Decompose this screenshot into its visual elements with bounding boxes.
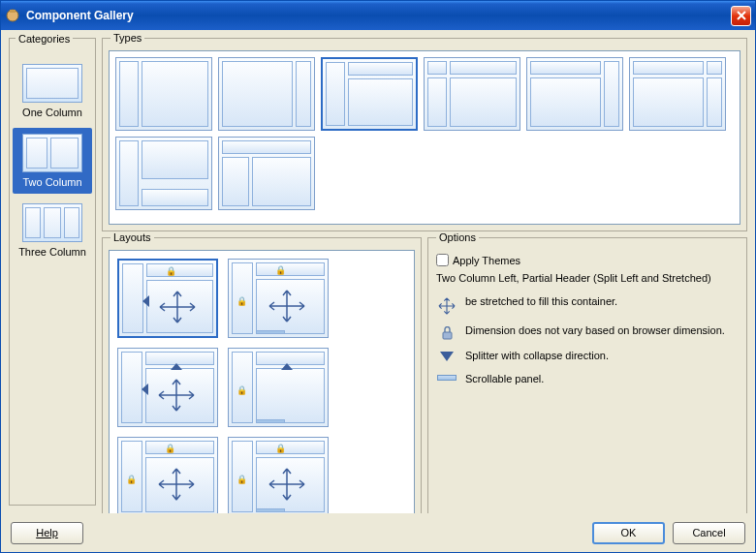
lock-icon: 🔒 [275, 444, 286, 453]
lock-icon: 🔒 [236, 296, 247, 306]
svg-rect-1 [10, 10, 16, 13]
category-thumb [22, 64, 82, 103]
scroll-indicator [256, 330, 285, 334]
categories-label: Categories [16, 33, 73, 45]
type-tile-0[interactable] [115, 57, 212, 131]
options-fieldset: Options Apply Themes Two Column Left, Pa… [427, 237, 747, 513]
svg-rect-2 [443, 332, 452, 339]
dialog-footer: Help OK Cancel [1, 513, 755, 552]
category-three-column[interactable]: Three Column [13, 198, 92, 263]
apply-themes-label: Apply Themes [453, 255, 520, 266]
type-tile-7[interactable] [218, 137, 315, 210]
stretch-icon [157, 378, 196, 413]
right-pane: Types [102, 38, 747, 506]
scrollable-icon [436, 373, 457, 381]
splitter-icon [281, 363, 293, 370]
ok-button[interactable]: OK [592, 522, 665, 544]
category-label: Three Column [18, 246, 86, 258]
stretch-icon [436, 295, 457, 315]
legend-stretch-text: be stretched to fill this container. [465, 295, 739, 309]
type-tile-3[interactable] [424, 57, 520, 131]
types-fieldset: Types [102, 38, 747, 231]
categories-list: One Column Two Column Three Column [10, 52, 95, 269]
legend-splitter: Splitter with collapse direction. [436, 350, 739, 363]
splitter-icon [142, 295, 149, 307]
close-button[interactable] [731, 6, 751, 26]
splitter-icon [171, 363, 182, 370]
stretch-icon [268, 467, 306, 502]
types-grid[interactable] [109, 50, 740, 225]
layout-tile-5[interactable]: 🔒 🔒 [228, 437, 329, 513]
lock-icon: 🔒 [275, 265, 286, 275]
layout-tile-4[interactable]: 🔒 🔒 [117, 437, 218, 513]
titlebar: Component Gallery [1, 1, 755, 30]
layouts-fieldset: Layouts 🔒 [102, 237, 422, 513]
stretch-icon [268, 289, 306, 323]
lock-icon: 🔒 [166, 266, 176, 276]
stretch-icon [157, 467, 196, 502]
lock-icon [436, 324, 457, 340]
layout-tile-3[interactable]: 🔒 [228, 348, 329, 427]
apply-themes-checkbox[interactable]: Apply Themes [436, 254, 739, 266]
layouts-grid[interactable]: 🔒 🔒 🔒 [109, 250, 415, 513]
lower-pane: Layouts 🔒 [102, 237, 747, 513]
type-tile-4[interactable] [526, 57, 623, 131]
type-tile-6[interactable] [115, 137, 212, 210]
legend-scrollable: Scrollable panel. [436, 373, 739, 386]
layout-tile-2[interactable] [117, 348, 218, 427]
stretch-icon [158, 290, 197, 324]
close-icon [737, 11, 746, 20]
app-icon [5, 8, 20, 23]
options-label: Options [436, 231, 479, 243]
legend-lock: Dimension does not vary based on browser… [436, 324, 739, 340]
legend-splitter-text: Splitter with collapse direction. [465, 350, 739, 363]
lock-icon: 🔒 [165, 444, 175, 453]
scroll-indicator [256, 419, 285, 423]
splitter-icon [142, 384, 148, 395]
legend-scrollable-text: Scrollable panel. [465, 373, 739, 386]
categories-panel: Categories One Column Two Column Three C… [9, 38, 96, 506]
lock-icon: 🔒 [126, 475, 137, 484]
category-thumb [22, 203, 82, 242]
svg-marker-3 [440, 352, 454, 361]
window-title: Component Gallery [26, 9, 731, 22]
legend-stretch: be stretched to fill this container. [436, 295, 739, 315]
category-two-column[interactable]: Two Column [13, 128, 92, 194]
types-label: Types [110, 32, 144, 44]
category-label: One Column [22, 107, 82, 118]
type-tile-5[interactable] [629, 57, 726, 131]
content-area: Categories One Column Two Column Three C… [1, 30, 755, 513]
category-one-column[interactable]: One Column [13, 58, 92, 124]
layout-tile-1[interactable]: 🔒 🔒 [228, 259, 329, 338]
lock-icon: 🔒 [236, 475, 247, 484]
dialog-window: Component Gallery Categories One Column … [0, 0, 756, 553]
layouts-label: Layouts [110, 231, 154, 243]
scroll-indicator [256, 508, 285, 512]
type-tile-2[interactable] [321, 57, 418, 131]
category-thumb [22, 134, 82, 172]
cancel-button[interactable]: Cancel [673, 522, 745, 544]
options-body: Apply Themes Two Column Left, Partial He… [434, 250, 740, 399]
type-tile-1[interactable] [218, 57, 315, 131]
layout-description: Two Column Left, Partial Header (Split L… [436, 272, 739, 286]
help-button[interactable]: Help [11, 522, 83, 544]
category-label: Two Column [22, 176, 81, 188]
splitter-icon [436, 350, 457, 361]
lock-icon: 🔒 [236, 385, 247, 395]
apply-themes-input[interactable] [436, 254, 449, 266]
legend-lock-text: Dimension does not vary based on browser… [465, 324, 739, 338]
layout-tile-0[interactable]: 🔒 [117, 259, 218, 338]
